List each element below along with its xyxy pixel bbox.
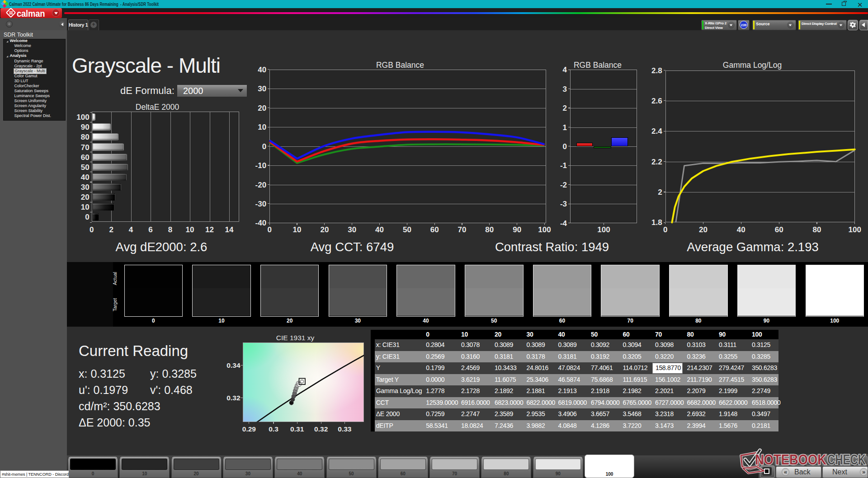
svg-text:CHECK: CHECK	[827, 452, 866, 467]
svg-text:NOTEBOOK: NOTEBOOK	[755, 452, 826, 467]
